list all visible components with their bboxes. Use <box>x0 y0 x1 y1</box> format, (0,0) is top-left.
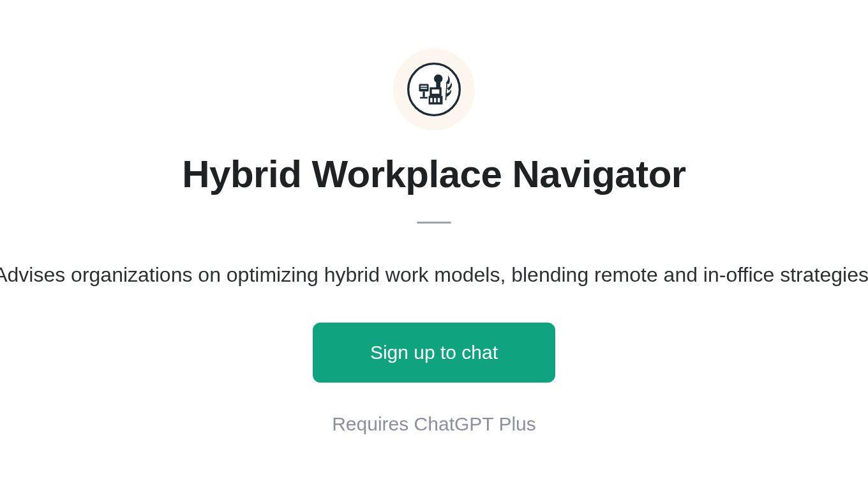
svg-rect-4 <box>438 98 440 102</box>
gpt-avatar <box>393 49 475 130</box>
workplace-icon <box>407 63 461 116</box>
svg-rect-12 <box>423 91 424 96</box>
svg-rect-3 <box>434 98 436 102</box>
svg-rect-13 <box>420 97 428 99</box>
signup-button[interactable]: Sign up to chat <box>313 323 555 383</box>
svg-rect-11 <box>421 88 427 89</box>
svg-rect-8 <box>436 82 440 88</box>
svg-point-7 <box>434 74 442 82</box>
gpt-description: Advises organizations on optimizing hybr… <box>0 263 868 287</box>
requirement-text: Requires ChatGPT Plus <box>332 413 536 435</box>
svg-rect-6 <box>432 89 440 94</box>
svg-rect-2 <box>430 98 432 102</box>
svg-rect-10 <box>421 86 427 87</box>
page-title: Hybrid Workplace Navigator <box>182 152 685 196</box>
title-divider <box>417 222 451 224</box>
